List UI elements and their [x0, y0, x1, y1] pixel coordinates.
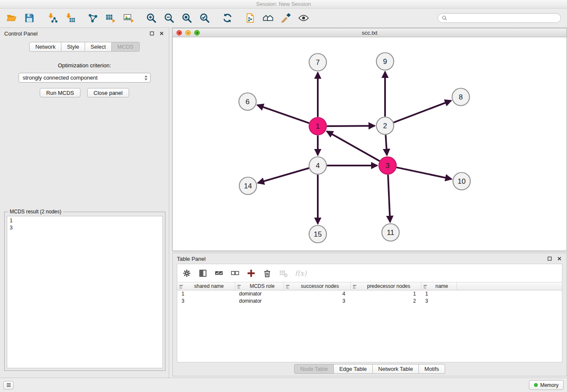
export-table-icon[interactable] — [105, 12, 116, 24]
network-window-titlebar[interactable]: scc.txt — [173, 28, 567, 37]
graph-edge-4-14[interactable] — [258, 168, 309, 183]
table-cell[interactable]: 1 — [177, 290, 235, 298]
control-panel-header: Control Panel — [0, 28, 169, 39]
search-box[interactable] — [438, 13, 561, 23]
graph-node-11[interactable]: 11 — [382, 224, 399, 241]
tab-mcds[interactable]: MCDS — [112, 42, 139, 52]
tab-network[interactable]: Network — [29, 42, 61, 52]
memory-button[interactable]: Memory — [529, 380, 564, 390]
graph-node-7[interactable]: 7 — [309, 54, 327, 71]
graph-edge-3-10[interactable] — [396, 167, 451, 179]
svg-text:11: 11 — [387, 229, 394, 237]
table-cell[interactable]: 1 — [421, 290, 457, 298]
graph-edge-1-6[interactable] — [257, 105, 309, 123]
panel-list-button[interactable] — [3, 381, 14, 389]
table-row[interactable]: 1dominator411 — [177, 290, 562, 298]
app-window: Session: New Session Control Panel Netwo… — [0, 0, 567, 392]
deselect-all-icon[interactable] — [231, 269, 239, 278]
table-cell[interactable]: 1 — [350, 290, 421, 298]
graph-edge-3-1[interactable] — [327, 131, 380, 161]
graph-node-4[interactable]: 4 — [309, 157, 327, 174]
table-tab-edge-table[interactable]: Edge Table — [334, 364, 373, 374]
graph-node-14[interactable]: 14 — [239, 177, 257, 195]
select-all-icon[interactable] — [215, 269, 223, 278]
window-zoom-button[interactable] — [194, 30, 200, 36]
settings-gear-icon[interactable] — [182, 269, 191, 278]
graph-node-9[interactable]: 9 — [377, 53, 394, 70]
table-cell[interactable]: 3 — [421, 298, 457, 305]
column-header-name[interactable]: name — [421, 282, 457, 290]
home-layout-icon[interactable] — [262, 12, 274, 24]
memory-status-dot — [534, 383, 538, 387]
close-table-panel-icon[interactable] — [556, 256, 562, 262]
table-panel-content: f(x) shared nameMCDS rolesuccessor nodes… — [177, 264, 562, 362]
graph-node-3[interactable]: 3 — [379, 157, 396, 174]
mcds-result-group: MCDS result (2 nodes) 13 — [4, 212, 165, 371]
window-minimize-button[interactable] — [185, 30, 191, 36]
network-window-title: scc.txt — [362, 30, 377, 36]
table-tab-motifs[interactable]: Motifs — [419, 364, 445, 374]
table-tab-network-table[interactable]: Network Table — [373, 364, 419, 374]
window-close-button[interactable] — [176, 30, 182, 36]
graph-node-1[interactable]: 1 — [309, 118, 327, 135]
float-panel-icon[interactable] — [149, 30, 155, 36]
run-mcds-button[interactable]: Run MCDS — [40, 88, 80, 97]
table-row[interactable]: 3dominator323 — [177, 298, 562, 305]
zoom-selected-icon[interactable] — [199, 12, 210, 24]
table-cell[interactable]: 3 — [284, 298, 350, 305]
zoom-out-icon[interactable] — [163, 12, 175, 24]
save-session-icon[interactable] — [24, 12, 35, 24]
refresh-network-icon[interactable] — [222, 12, 233, 24]
float-table-panel-icon[interactable] — [547, 256, 553, 262]
graph-node-10[interactable]: 10 — [453, 173, 471, 190]
graph-node-6[interactable]: 6 — [239, 93, 256, 110]
network-canvas[interactable]: 7968124314101511 — [173, 37, 567, 251]
criterion-value: strongly connected component — [23, 75, 98, 81]
svg-text:8: 8 — [459, 93, 462, 101]
zoom-fit-icon[interactable] — [181, 12, 193, 24]
zoom-in-icon[interactable] — [146, 12, 157, 24]
apply-style-icon[interactable] — [280, 12, 292, 24]
copy-network-icon[interactable] — [245, 12, 256, 24]
toggle-visibility-icon[interactable] — [298, 12, 309, 24]
column-header-shared-name[interactable]: shared name — [177, 282, 235, 290]
new-network-icon[interactable] — [87, 12, 99, 24]
export-image-icon[interactable] — [123, 12, 134, 24]
delete-row-icon[interactable] — [263, 269, 272, 278]
table-cell[interactable]: 4 — [284, 290, 350, 298]
memory-label: Memory — [540, 382, 559, 388]
table-cell[interactable]: dominator — [235, 290, 284, 298]
window-title: Session: New Session — [256, 1, 311, 7]
graph-node-8[interactable]: 8 — [452, 88, 470, 106]
mcds-result-box[interactable]: 13 — [7, 216, 163, 368]
close-panel-button[interactable]: Close panel — [87, 88, 129, 97]
column-header-successor-nodes[interactable]: successor nodes — [284, 282, 350, 290]
column-header-predecessor-nodes[interactable]: predecessor nodes — [350, 282, 421, 290]
tab-style[interactable]: Style — [61, 42, 85, 52]
column-selector-icon[interactable] — [198, 269, 207, 278]
graph-edge-2-8[interactable] — [394, 101, 451, 123]
graph-edge-1-2[interactable] — [327, 126, 375, 126]
add-row-icon[interactable] — [247, 269, 256, 278]
graph-edge-2-3[interactable] — [385, 135, 387, 155]
tab-select[interactable]: Select — [85, 42, 112, 52]
close-panel-icon[interactable] — [159, 30, 165, 36]
import-table-from-file-icon[interactable] — [64, 12, 76, 24]
node-table-body: 1dominator4113dominator323 — [177, 290, 562, 305]
table-cell[interactable]: 3 — [177, 298, 235, 305]
table-cell[interactable]: 2 — [350, 298, 421, 305]
function-builder-icon: f(x) — [295, 269, 306, 277]
open-file-icon[interactable] — [6, 12, 17, 24]
graph-node-15[interactable]: 15 — [309, 226, 327, 243]
criterion-select[interactable]: strongly connected component — [19, 73, 151, 83]
search-input[interactable] — [449, 15, 557, 21]
column-header-mcds-role[interactable]: MCDS role — [235, 282, 284, 290]
table-cell[interactable]: dominator — [235, 298, 284, 305]
graph-node-2[interactable]: 2 — [377, 117, 394, 135]
table-tab-node-table[interactable]: Node Table — [294, 364, 334, 374]
window-titlebar[interactable]: Session: New Session — [0, 0, 567, 8]
graph-edge-3-11[interactable] — [388, 175, 390, 222]
column-icon — [179, 284, 183, 290]
svg-text:2: 2 — [383, 122, 387, 130]
import-network-from-file-icon[interactable] — [47, 12, 58, 24]
